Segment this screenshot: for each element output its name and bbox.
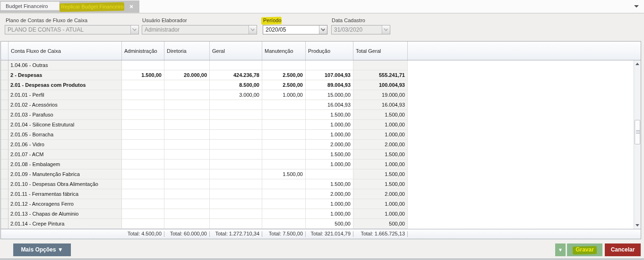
value-cell-man[interactable] (262, 150, 306, 159)
conta-cell[interactable]: 2.01.01 - Perfil (9, 90, 122, 100)
value-cell-pro[interactable]: 1.500,00 (306, 150, 353, 159)
value-cell-tot[interactable]: 1.000,00 (353, 199, 408, 209)
value-cell-dir[interactable] (164, 150, 210, 159)
value-cell-man[interactable] (262, 60, 306, 70)
value-cell-man[interactable] (262, 140, 306, 150)
conta-cell[interactable]: 2.01.05 - Borracha (9, 130, 122, 140)
value-cell-pro[interactable]: 16.004,93 (306, 100, 353, 110)
conta-cell[interactable]: 2.01.07 - ACM (9, 150, 122, 159)
column-header-pro[interactable]: Produção (306, 42, 353, 60)
value-cell-ger[interactable] (210, 209, 262, 219)
column-header-tot[interactable]: Total Geral (353, 42, 408, 60)
scroll-down-button[interactable] (634, 221, 641, 229)
value-cell-pro[interactable]: 1.000,00 (306, 199, 353, 209)
tab-budget-financeiro[interactable]: Budget Financeiro (0, 1, 60, 10)
column-header-man[interactable]: Manutenção (262, 42, 306, 60)
value-cell-man[interactable] (262, 159, 306, 169)
value-cell-adm[interactable] (122, 60, 164, 70)
value-cell-tot[interactable]: 1.500,00 (353, 110, 408, 120)
column-header-adm[interactable]: Administração (122, 42, 164, 60)
value-cell-adm[interactable] (122, 189, 164, 199)
value-cell-pro[interactable] (306, 169, 353, 179)
conta-cell[interactable]: 2.01.12 - Ancoragens Ferro (9, 199, 122, 209)
periodo-dropdown-button[interactable] (319, 25, 327, 34)
value-cell-adm[interactable] (122, 199, 164, 209)
value-cell-dir[interactable] (164, 100, 210, 110)
conta-cell[interactable]: 2.01.11 - Ferramentas fábrica (9, 189, 122, 199)
value-cell-dir[interactable] (164, 60, 210, 70)
value-cell-pro[interactable]: 107.004,93 (306, 70, 353, 80)
value-cell-pro[interactable] (306, 60, 353, 70)
value-cell-pro[interactable]: 15.000,00 (306, 90, 353, 100)
value-cell-ger[interactable] (210, 219, 262, 229)
value-cell-man[interactable] (262, 179, 306, 189)
value-cell-tot[interactable]: 1.000,00 (353, 159, 408, 169)
value-cell-ger[interactable] (210, 110, 262, 120)
value-cell-dir[interactable] (164, 120, 210, 130)
value-cell-pro[interactable]: 1.000,00 (306, 130, 353, 140)
value-cell-tot[interactable]: 1.500,00 (353, 169, 408, 179)
value-cell-ger[interactable] (210, 199, 262, 209)
conta-cell[interactable]: 2.01.04 - Silicone Estrutural (9, 120, 122, 130)
value-cell-dir[interactable]: 20.000,00 (164, 70, 210, 80)
value-cell-ger[interactable]: 8.500,00 (210, 80, 262, 90)
value-cell-ger[interactable] (210, 179, 262, 189)
value-cell-tot[interactable]: 1.500,00 (353, 150, 408, 159)
column-header-dir[interactable]: Diretoria (164, 42, 210, 60)
value-cell-ger[interactable] (210, 140, 262, 150)
value-cell-man[interactable]: 2.500,00 (262, 70, 306, 80)
value-cell-tot[interactable]: 1.000,00 (353, 130, 408, 140)
value-cell-tot[interactable]: 500,00 (353, 219, 408, 229)
conta-cell[interactable]: 2.01.02 - Acessórios (9, 100, 122, 110)
value-cell-ger[interactable] (210, 130, 262, 140)
value-cell-man[interactable] (262, 209, 306, 219)
value-cell-dir[interactable] (164, 189, 210, 199)
value-cell-man[interactable] (262, 130, 306, 140)
cancelar-button[interactable]: Cancelar (605, 243, 641, 256)
value-cell-ger[interactable]: 3.000,00 (210, 90, 262, 100)
value-cell-pro[interactable]: 1.000,00 (306, 159, 353, 169)
value-cell-man[interactable] (262, 199, 306, 209)
periodo-combobox[interactable]: 2020/05 (263, 25, 327, 34)
value-cell-adm[interactable] (122, 120, 164, 130)
value-cell-dir[interactable] (164, 90, 210, 100)
conta-cell[interactable]: 2.01.13 - Chapas de Aluminio (9, 209, 122, 219)
value-cell-man[interactable]: 2.500,00 (262, 80, 306, 90)
value-cell-adm[interactable] (122, 100, 164, 110)
value-cell-adm[interactable] (122, 159, 164, 169)
value-cell-ger[interactable] (210, 159, 262, 169)
vertical-scrollbar[interactable] (634, 60, 641, 229)
value-cell-ger[interactable] (210, 189, 262, 199)
value-cell-man[interactable] (262, 120, 306, 130)
value-cell-tot[interactable]: 1.000,00 (353, 209, 408, 219)
column-header-conta[interactable]: Conta Fluxo de Caixa (9, 42, 122, 60)
value-cell-man[interactable] (262, 189, 306, 199)
value-cell-ger[interactable] (210, 100, 262, 110)
value-cell-ger[interactable] (210, 60, 262, 70)
value-cell-tot[interactable]: 2.000,00 (353, 140, 408, 150)
value-cell-tot[interactable]: 1.000,00 (353, 120, 408, 130)
value-cell-dir[interactable] (164, 179, 210, 189)
value-cell-tot[interactable]: 19.000,00 (353, 90, 408, 100)
value-cell-tot[interactable]: 1.500,00 (353, 179, 408, 189)
value-cell-dir[interactable] (164, 130, 210, 140)
value-cell-dir[interactable] (164, 110, 210, 120)
conta-cell[interactable]: 2.01.03 - Parafuso (9, 110, 122, 120)
value-cell-pro[interactable]: 1.500,00 (306, 110, 353, 120)
gravar-button[interactable]: Gravar (567, 243, 602, 256)
value-cell-dir[interactable] (164, 140, 210, 150)
value-cell-tot[interactable]: 100.004,93 (353, 80, 408, 90)
conta-cell[interactable]: 1.04.06 - Outras (9, 60, 122, 70)
value-cell-dir[interactable] (164, 159, 210, 169)
mais-opcoes-button[interactable]: Mais Opções ▼ (13, 243, 71, 256)
value-cell-adm[interactable] (122, 169, 164, 179)
conta-cell[interactable]: 2.01.08 - Embalagem (9, 159, 122, 169)
scroll-up-button[interactable] (634, 60, 641, 68)
value-cell-adm[interactable] (122, 140, 164, 150)
value-cell-pro[interactable]: 1.000,00 (306, 209, 353, 219)
tab-overflow-dropdown-icon[interactable] (634, 5, 639, 8)
value-cell-tot[interactable] (353, 60, 408, 70)
value-cell-pro[interactable]: 1.000,00 (306, 120, 353, 130)
value-cell-tot[interactable]: 16.004,93 (353, 100, 408, 110)
value-cell-pro[interactable]: 1.500,00 (306, 179, 353, 189)
